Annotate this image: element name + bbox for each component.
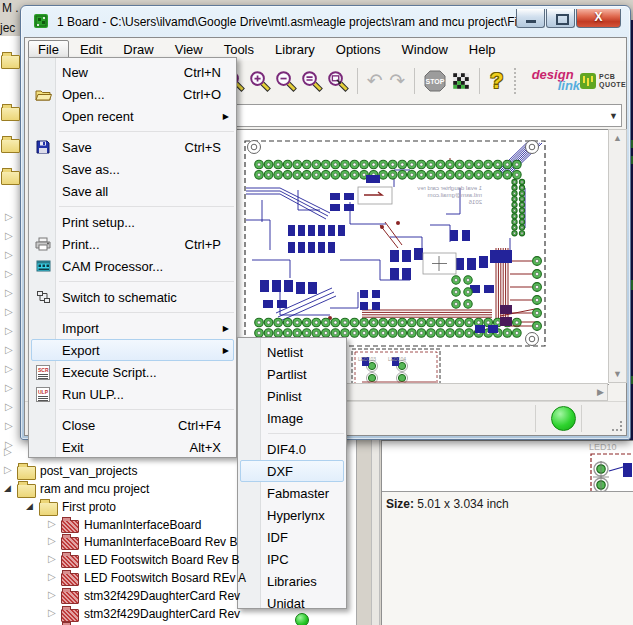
- ratsnest-button[interactable]: [451, 66, 471, 96]
- tree-collapsed-arrow-icon[interactable]: ▷: [48, 554, 56, 564]
- resize-grip[interactable]: [610, 419, 623, 432]
- vertical-scrollbar[interactable]: ▲ ▼: [608, 129, 627, 383]
- tree-item-humaninterfaceboard-rev-b[interactable]: HumanInterfaceBoard Rev B: [84, 535, 237, 549]
- export-item-unidat[interactable]: Unidat: [240, 592, 344, 614]
- status-ok-indicator: [551, 406, 576, 431]
- menu-item-label: Close: [56, 418, 178, 433]
- tree-collapsed-arrow-icon[interactable]: ▷: [5, 269, 13, 279]
- menu-item-label: Netlist: [261, 345, 343, 360]
- close-button[interactable]: X: [576, 9, 621, 28]
- tree-item-led-footswitch-board-rev-b[interactable]: LED Footswitch Board Rev B: [84, 553, 239, 567]
- tree-item-stm32f429daughtercard-rev[interactable]: stm32f429DaughterCard Rev: [84, 607, 240, 621]
- export-item-idf[interactable]: IDF: [240, 526, 344, 548]
- tree-collapsed-arrow-icon[interactable]: ▷: [48, 536, 56, 546]
- svg-text:LED104: LED104: [388, 356, 406, 362]
- folder-icon: [39, 502, 58, 516]
- tree-collapsed-arrow-icon[interactable]: ▷: [5, 421, 13, 431]
- tree-collapsed-arrow-icon[interactable]: ▷: [48, 572, 56, 582]
- tree-collapsed-arrow-icon[interactable]: ▷: [48, 608, 56, 618]
- file-menu-item-export[interactable]: Export▶: [31, 339, 234, 361]
- export-item-netlist[interactable]: Netlist: [240, 341, 344, 363]
- file-menu-item-open[interactable]: Open...Ctrl+O: [31, 83, 234, 105]
- file-menu-item-new[interactable]: NewCtrl+N: [31, 61, 234, 83]
- cam-processor-icon-slot: [30, 259, 56, 273]
- tree-collapsed-arrow-icon[interactable]: ▷: [5, 402, 13, 412]
- stop-button[interactable]: STOP: [423, 66, 447, 96]
- export-submenu: NetlistPartlistPinlistImageDIF4.0DXFFabm…: [237, 337, 347, 609]
- file-menu-item-import[interactable]: Import▶: [31, 317, 234, 339]
- tree-collapsed-arrow-icon[interactable]: ▷: [5, 345, 13, 355]
- export-item-fabmaster[interactable]: Fabmaster: [240, 482, 344, 504]
- export-item-dxf[interactable]: DXF: [240, 460, 344, 482]
- export-item-libraries[interactable]: Libraries: [240, 570, 344, 592]
- tree-item-post-van-projects[interactable]: post_van_projects: [40, 464, 137, 478]
- file-menu-item-print-setup[interactable]: Print setup...: [31, 211, 234, 233]
- title-bar[interactable]: 1 Board - C:\Users\ilvamd\Google Drive\m…: [25, 9, 626, 35]
- file-menu-item-open-recent[interactable]: Open recent▶: [31, 105, 234, 127]
- tree-item-first-proto[interactable]: First proto: [62, 500, 116, 514]
- file-menu-item-cam-processor[interactable]: CAM Processor...: [31, 255, 234, 277]
- tree-collapsed-arrow-icon[interactable]: ▷: [5, 250, 13, 260]
- scroll-right-icon[interactable]: ▶: [597, 387, 604, 397]
- designlink-logo[interactable]: designlink: [530, 66, 570, 96]
- tree-collapsed-arrow-icon[interactable]: ▷: [5, 383, 13, 393]
- tree-item-humaninterfaceboard[interactable]: HumanInterfaceBoard: [84, 518, 201, 532]
- tree-collapsed-arrow-icon[interactable]: ▷: [5, 364, 13, 374]
- file-menu-item-print[interactable]: Print...Ctrl+P: [31, 233, 234, 255]
- zoom-select-button[interactable]: [301, 66, 323, 96]
- tree-collapsed-arrow-icon[interactable]: ▷: [5, 326, 13, 336]
- menu-item-label: Run ULP...: [56, 387, 233, 402]
- menu-item-label: Save as...: [56, 162, 233, 177]
- file-menu-item-exit[interactable]: ExitAlt+X: [31, 436, 234, 458]
- chevron-down-icon[interactable]: ▼: [609, 111, 618, 121]
- redo-button[interactable]: ↷: [388, 66, 406, 96]
- menubar-item-options[interactable]: Options: [326, 40, 391, 59]
- scroll-up-icon[interactable]: ▲: [609, 133, 626, 143]
- toolbar-separator: [414, 68, 415, 94]
- zoom-redraw-button[interactable]: [327, 66, 349, 96]
- tree-collapsed-arrow-icon[interactable]: ▷: [5, 231, 13, 241]
- tree-item-led-footswitch-bosard-rev-a[interactable]: LED Footswitch Bosard REv A: [84, 571, 246, 585]
- scroll-down-icon[interactable]: ▼: [609, 369, 626, 379]
- file-menu-item-save-all[interactable]: Save all: [31, 180, 234, 202]
- menubar-item-window[interactable]: Window: [392, 40, 458, 59]
- designlink-link-text: link: [558, 78, 580, 93]
- zoom-out-button[interactable]: [275, 66, 297, 96]
- tree-collapsed-arrow-icon[interactable]: ▷: [4, 465, 12, 475]
- tree-item-stm32f429daughtercard-rev[interactable]: stm32f429DaughterCard Rev: [84, 589, 240, 603]
- undo-button[interactable]: ↶: [366, 66, 384, 96]
- toolbar-drag-handle[interactable]: [514, 68, 520, 94]
- export-item-hyperlynx[interactable]: Hyperlynx: [240, 504, 344, 526]
- help-button[interactable]: ?: [488, 66, 506, 96]
- tree-collapsed-arrow-icon[interactable]: ▷: [5, 307, 13, 317]
- file-menu-item-run-ulp[interactable]: ULPRun ULP...: [31, 383, 234, 405]
- tree-collapsed-arrow-icon[interactable]: ▷: [5, 212, 13, 222]
- file-menu-item-execute-script[interactable]: SCRExecute Script...: [31, 361, 234, 383]
- zoom-in-button[interactable]: [249, 66, 271, 96]
- pcbquote-logo[interactable]: PCBQUOTE: [580, 73, 626, 89]
- tree-expanded-arrow-icon[interactable]: ◢: [26, 501, 33, 511]
- tree-collapsed-arrow-icon[interactable]: ▷: [5, 288, 13, 298]
- tree-expanded-arrow-icon[interactable]: ◢: [4, 483, 11, 493]
- file-menu-item-switch-to-schematic[interactable]: Switch to schematic: [31, 286, 234, 308]
- menu-separator: [268, 433, 344, 434]
- export-item-ipc[interactable]: IPC: [240, 548, 344, 570]
- export-item-dif4-0[interactable]: DIF4.0: [240, 438, 344, 460]
- file-menu-item-save-as[interactable]: Save as...: [31, 158, 234, 180]
- menu-item-label: Open...: [56, 87, 183, 102]
- export-item-partlist[interactable]: Partlist: [240, 363, 344, 385]
- svg-text:1 eval daughter card rev: 1 eval daughter card rev: [417, 185, 482, 191]
- minimize-button[interactable]: [516, 9, 545, 28]
- file-menu-item-save[interactable]: SaveCtrl+S: [31, 136, 234, 158]
- menubar-item-library[interactable]: Library: [265, 40, 325, 59]
- maximize-button[interactable]: [546, 9, 575, 28]
- tree-collapsed-arrow-icon[interactable]: ▷: [5, 440, 13, 450]
- pcbquote-chip-icon: [580, 73, 596, 89]
- tree-collapsed-arrow-icon[interactable]: ▷: [48, 519, 56, 529]
- tree-item-ram-and-mcu-project[interactable]: ram and mcu project: [40, 482, 149, 496]
- tree-collapsed-arrow-icon[interactable]: ▷: [48, 590, 56, 600]
- export-item-pinlist[interactable]: Pinlist: [240, 385, 344, 407]
- file-menu-item-close[interactable]: CloseCtrl+F4: [31, 414, 234, 436]
- menubar-item-help[interactable]: Help: [459, 40, 506, 59]
- export-item-image[interactable]: Image: [240, 407, 344, 429]
